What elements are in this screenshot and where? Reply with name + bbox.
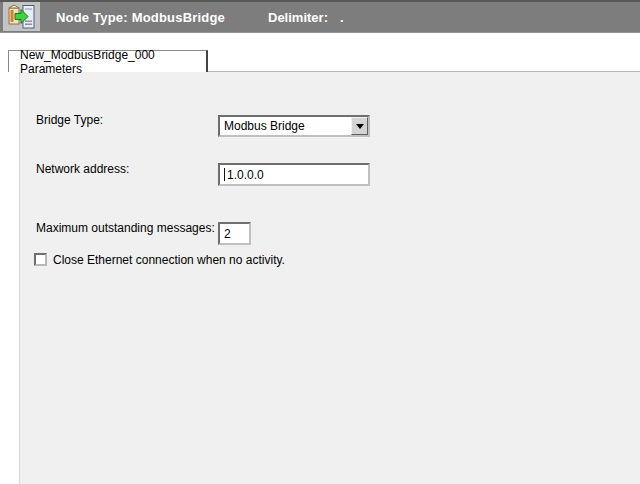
tab-parameters[interactable]: New_ModbusBridge_000 Parameters	[8, 50, 208, 72]
bridge-type-label: Bridge Type:	[36, 109, 103, 131]
close-ethernet-label: Close Ethernet connection when no activi…	[53, 249, 285, 271]
max-outstanding-label: Maximum outstanding messages:	[36, 217, 215, 239]
max-outstanding-value: 2	[224, 227, 231, 241]
delimiter-group: Delimiter: .	[268, 2, 344, 32]
max-outstanding-input[interactable]: 2	[218, 222, 251, 245]
tab-parameters-label: New_ModbusBridge_000 Parameters	[20, 48, 206, 76]
node-icon-tile	[3, 2, 40, 31]
delimiter-label: Delimiter:	[268, 10, 328, 25]
modbus-bridge-parameters-window: Node Type: ModbusBridge Delimiter: . New…	[0, 0, 640, 484]
modbus-bridge-node-icon	[8, 4, 36, 30]
node-type-title: Node Type: ModbusBridge	[56, 2, 225, 32]
network-address-input[interactable]: 1.0.0.0	[218, 163, 370, 186]
node-type-header-bar: Node Type: ModbusBridge Delimiter: .	[0, 0, 640, 33]
network-address-value: 1.0.0.0	[227, 168, 264, 182]
bridge-type-dropdown[interactable]: Modbus Bridge	[218, 115, 370, 137]
network-address-label: Network address:	[36, 158, 129, 180]
delimiter-value: .	[340, 10, 344, 25]
bridge-type-dropdown-button[interactable]	[351, 117, 368, 135]
chevron-down-icon	[356, 124, 364, 129]
text-caret	[224, 168, 225, 181]
bridge-type-selected-value: Modbus Bridge	[224, 119, 305, 133]
close-ethernet-checkbox[interactable]	[34, 253, 47, 266]
